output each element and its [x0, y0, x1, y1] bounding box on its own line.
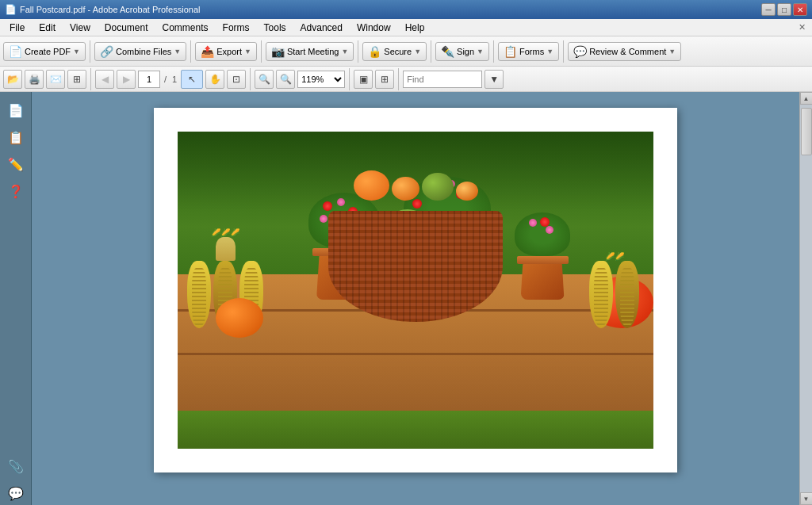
page-separator: / [163, 75, 168, 84]
table-plank-2 [178, 353, 653, 355]
toolbar-sep-5 [431, 40, 431, 63]
export-button[interactable]: 📤 Export ▼ [195, 42, 257, 61]
sidebar-pages-icon[interactable]: 📋 [4, 125, 28, 149]
review-comment-button[interactable]: 💬 Review & Comment ▼ [568, 42, 681, 61]
close-document-btn[interactable]: ✕ [799, 22, 809, 33]
basket [328, 211, 503, 322]
scroll-track[interactable] [800, 105, 813, 492]
secure-arrow: ▼ [414, 48, 421, 55]
sidebar-help-icon[interactable]: ❓ [4, 179, 28, 203]
toolbar-sep-6 [493, 40, 494, 63]
pumpkin-3 [422, 173, 454, 201]
menu-comments[interactable]: Comments [156, 21, 215, 35]
toolbar-sep-1 [90, 40, 90, 63]
floor-pumpkin-1 [216, 298, 263, 338]
nav-hand-button[interactable]: ✋ [205, 70, 224, 89]
nav-back-button[interactable]: ◀ [95, 70, 114, 89]
scroll-down-button[interactable]: ▼ [800, 492, 813, 505]
nav-fit-page-button[interactable]: ▣ [354, 70, 373, 89]
corn-stalk-right [589, 261, 639, 328]
corn-tie-left [216, 237, 236, 261]
start-meeting-button[interactable]: 📷 Start Meeting ▼ [266, 42, 354, 61]
document-area[interactable]: 🌽🌽🌽 [32, 92, 799, 505]
toolbar-sep-4 [358, 40, 358, 63]
create-pdf-icon: 📄 [9, 45, 22, 58]
nav-print-button[interactable]: 🖨️ [25, 70, 44, 89]
combine-files-label: Combine Files [116, 47, 171, 56]
corn-right: 🌽🌽 [589, 252, 639, 328]
find-dropdown-button[interactable]: ▼ [485, 70, 504, 89]
export-icon: 📤 [201, 45, 214, 58]
nav-sep-2 [250, 68, 251, 90]
title-bar: 📄 Fall Postcard.pdf - Adobe Acrobat Prof… [0, 0, 812, 19]
menu-window[interactable]: Window [350, 21, 397, 35]
secure-button[interactable]: 🔒 Secure ▼ [362, 42, 427, 61]
flower-4 [320, 215, 327, 223]
page-number-input[interactable] [138, 71, 160, 88]
nav-sep-1 [90, 68, 91, 90]
nav-open-button[interactable]: 📂 [3, 70, 22, 89]
create-pdf-button[interactable]: 📄 Create PDF ▼ [3, 42, 86, 61]
nav-email-button[interactable]: ✉️ [46, 70, 65, 89]
lawn [178, 411, 653, 449]
nav-fit-width-button[interactable]: ⊞ [375, 70, 394, 89]
create-pdf-arrow: ▼ [73, 48, 80, 55]
combine-files-icon: 🔗 [100, 45, 113, 58]
scroll-thumb[interactable] [801, 108, 812, 155]
menu-file[interactable]: File [3, 21, 31, 35]
nav-zoom-in-button[interactable]: 🔍 [276, 70, 295, 89]
menu-document[interactable]: Document [98, 21, 155, 35]
flower-10 [546, 226, 553, 234]
secure-label: Secure [384, 47, 412, 56]
menu-advanced[interactable]: Advanced [294, 21, 349, 35]
nav-select-button[interactable]: ⊡ [227, 70, 246, 89]
maximize-button[interactable]: □ [777, 3, 791, 16]
nav-cursor-button[interactable]: ↖ [181, 70, 203, 89]
toolbar-sep-7 [563, 40, 564, 63]
sign-button[interactable]: ✒️ Sign ▼ [435, 42, 489, 61]
export-arrow: ▼ [244, 48, 251, 55]
nav-forward-button[interactable]: ▶ [117, 70, 136, 89]
start-meeting-arrow: ▼ [341, 48, 348, 55]
combine-files-arrow: ▼ [174, 48, 181, 55]
pot-rim-right [517, 256, 569, 264]
sidebar-new-doc-icon[interactable]: 📄 [4, 98, 28, 122]
corn-bundle-right: 🌽🌽 [589, 252, 639, 328]
sidebar-comments-icon[interactable]: 💬 [4, 481, 28, 505]
scroll-up-button[interactable]: ▲ [800, 92, 813, 105]
menu-view[interactable]: View [63, 21, 97, 35]
menu-bar: File Edit View Document Comments Forms T… [0, 19, 812, 36]
menu-help[interactable]: Help [399, 21, 431, 35]
menu-tools[interactable]: Tools [258, 21, 293, 35]
export-label: Export [216, 47, 242, 56]
combine-files-button[interactable]: 🔗 Combine Files ▼ [94, 42, 186, 61]
nav-zoom-out-button[interactable]: 🔍 [255, 70, 274, 89]
forms-button[interactable]: 📋 Forms ▼ [498, 42, 559, 61]
menu-edit[interactable]: Edit [33, 21, 62, 35]
find-input[interactable] [403, 71, 482, 88]
zoom-select[interactable]: 119% [297, 71, 345, 88]
foliage-right [515, 212, 570, 256]
review-comment-arrow: ▼ [668, 48, 676, 55]
main-container: 📄 📋 ✏️ ❓ 📎 💬 [0, 92, 812, 505]
nav-organizer-button[interactable]: ⊞ [67, 70, 86, 89]
forms-icon: 📋 [504, 45, 517, 58]
pumpkin-1 [354, 170, 389, 201]
sidebar-edit-icon[interactable]: ✏️ [4, 152, 28, 176]
corn-ear-4 [589, 261, 613, 328]
sign-arrow: ▼ [477, 48, 484, 55]
pumpkin-2 [392, 177, 419, 201]
window-controls: ─ □ ✕ [761, 3, 807, 16]
window-title: Fall Postcard.pdf - Adobe Acrobat Profes… [20, 5, 200, 14]
menu-forms[interactable]: Forms [216, 21, 256, 35]
pot-body-right [521, 264, 565, 300]
start-meeting-icon: 📷 [271, 45, 285, 58]
flower-1 [323, 201, 332, 211]
minimize-button[interactable]: ─ [761, 3, 776, 16]
sign-label: Sign [457, 47, 474, 56]
close-button[interactable]: ✕ [793, 3, 807, 16]
window-title-group: 📄 Fall Postcard.pdf - Adobe Acrobat Prof… [5, 4, 200, 15]
flower-11 [540, 217, 550, 227]
sidebar-attach-icon[interactable]: 📎 [4, 454, 28, 478]
review-icon: 💬 [573, 45, 587, 58]
